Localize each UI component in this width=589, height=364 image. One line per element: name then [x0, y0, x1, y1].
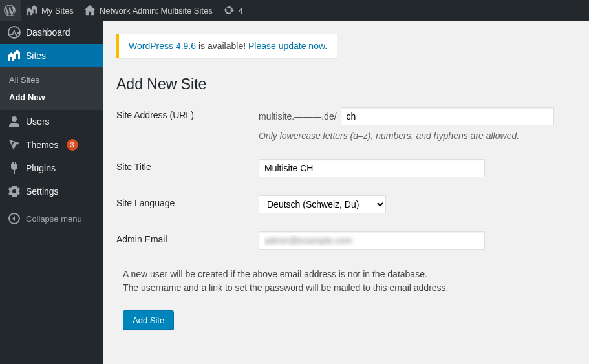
collapse-menu[interactable]: Collapse menu: [0, 207, 103, 230]
collapse-label: Collapse menu: [26, 214, 82, 224]
row-site-address: Site Address (URL) multisite.———.de/ Onl…: [116, 107, 576, 141]
note-line1: A new user will be created if the above …: [123, 269, 427, 279]
update-icon: [223, 5, 235, 16]
updates-count: 4: [239, 6, 243, 16]
settings-icon: [8, 185, 21, 198]
menu-plugins-label: Plugins: [26, 163, 56, 173]
home-icon: [84, 5, 96, 16]
collapse-icon: [8, 212, 21, 225]
dashboard-icon: [8, 26, 21, 39]
row-site-language: Site Language Deutsch (Schweiz, Du): [116, 195, 576, 213]
menu-sites-label: Sites: [26, 50, 46, 61]
page-title: Add New Site: [116, 76, 576, 93]
wp-logo-menu[interactable]: [0, 0, 21, 21]
update-nag-version-link[interactable]: WordPress 4.9.6: [129, 41, 196, 51]
plugins-icon: [8, 162, 21, 175]
admin-bar: My Sites Network Admin: Multisite Sites …: [0, 0, 589, 21]
label-site-title: Site Title: [116, 159, 259, 172]
menu-dashboard-label: Dashboard: [26, 27, 70, 37]
site-address-input[interactable]: [341, 107, 554, 125]
admin-email-input[interactable]: [259, 231, 485, 250]
site-language-select[interactable]: Deutsch (Schweiz, Du): [259, 195, 386, 213]
menu-users-label: Users: [26, 116, 50, 127]
submenu-sites: All Sites Add New: [0, 67, 103, 110]
submenu-all-sites[interactable]: All Sites: [0, 71, 103, 89]
my-sites-label: My Sites: [41, 6, 74, 16]
update-nag-action-link[interactable]: Please update now: [248, 41, 325, 51]
menu-settings-label: Settings: [26, 186, 59, 197]
site-address-hint: Only lowercase letters (a–z), numbers, a…: [259, 131, 569, 141]
themes-icon: [8, 138, 21, 151]
users-icon: [8, 115, 21, 128]
note-line2: The username and a link to set the passw…: [123, 283, 448, 293]
label-admin-email: Admin Email: [116, 231, 259, 244]
sites-icon: [8, 49, 21, 62]
site-address-prefix: multisite.———.de/: [259, 111, 337, 122]
label-site-address: Site Address (URL): [116, 107, 259, 120]
menu-themes[interactable]: Themes 3: [0, 133, 103, 156]
update-nag-text: is available!: [196, 41, 248, 51]
menu-plugins[interactable]: Plugins: [0, 156, 103, 180]
menu-themes-label: Themes: [26, 140, 59, 150]
site-name-label: Network Admin: Multisite Sites: [100, 6, 213, 16]
site-name-menu[interactable]: Network Admin: Multisite Sites: [79, 0, 218, 21]
updates-menu[interactable]: 4: [218, 0, 248, 21]
wordpress-icon: [4, 5, 16, 16]
submenu-add-new[interactable]: Add New: [0, 89, 103, 106]
themes-badge: 3: [67, 139, 78, 151]
label-site-language: Site Language: [116, 195, 259, 208]
update-nag: WordPress 4.9.6 is available! Please upd…: [116, 34, 337, 58]
menu-settings[interactable]: Settings: [0, 180, 103, 203]
admin-email-note: A new user will be created if the above …: [123, 268, 576, 295]
row-admin-email: Admin Email: [116, 231, 576, 250]
my-sites-menu[interactable]: My Sites: [21, 0, 79, 21]
admin-sidebar: Dashboard Sites All Sites Add New Users …: [0, 21, 103, 364]
site-title-input[interactable]: [259, 159, 485, 177]
houses-icon: [26, 5, 37, 16]
menu-users[interactable]: Users: [0, 110, 103, 133]
main-content: WordPress 4.9.6 is available! Please upd…: [103, 21, 589, 356]
menu-dashboard[interactable]: Dashboard: [0, 21, 103, 44]
add-site-button[interactable]: Add Site: [123, 310, 174, 330]
row-site-title: Site Title: [116, 159, 576, 177]
menu-sites[interactable]: Sites: [0, 44, 103, 67]
